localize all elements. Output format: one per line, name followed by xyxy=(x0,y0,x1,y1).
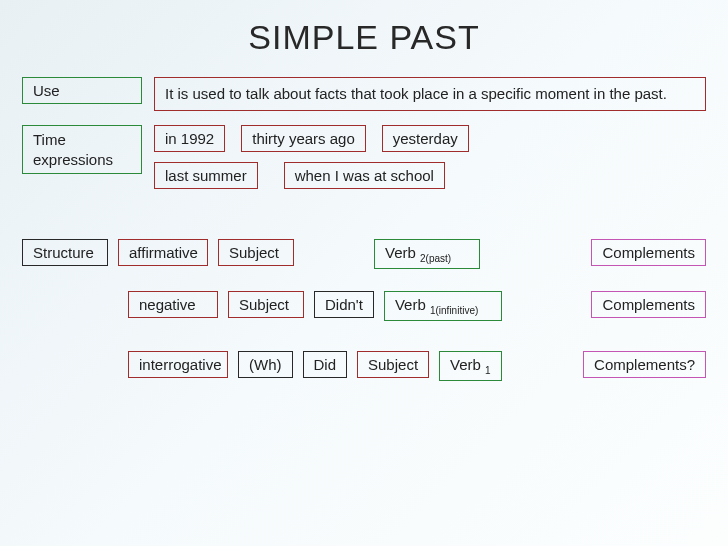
time-label: Time expressions xyxy=(22,125,142,174)
time-row: Time expressions in 1992 thirty years ag… xyxy=(22,125,706,189)
negative-helper: Didn't xyxy=(314,291,374,318)
page-title: SIMPLE PAST xyxy=(22,18,706,57)
use-label: Use xyxy=(22,77,142,104)
affirmative-complements: Complements xyxy=(591,239,706,266)
interrogative-subject: Subject xyxy=(357,351,429,378)
verb-text: Verb xyxy=(450,356,485,373)
negative-complements: Complements xyxy=(591,291,706,318)
interrogative-row: interrogative (Wh) Did Subject Verb 1 Co… xyxy=(22,351,706,381)
structure-label: Structure xyxy=(22,239,108,266)
interrogative-complements: Complements? xyxy=(583,351,706,378)
affirmative-verb: Verb 2(past) xyxy=(374,239,480,269)
time-expr: last summer xyxy=(154,162,258,189)
verb-sub: 1 xyxy=(485,365,491,376)
verb-sub: 1(infinitive) xyxy=(430,305,478,316)
interrogative-label: interrogative xyxy=(128,351,228,378)
affirmative-subject: Subject xyxy=(218,239,294,266)
time-expr: yesterday xyxy=(382,125,469,152)
interrogative-wh: (Wh) xyxy=(238,351,293,378)
time-expr: in 1992 xyxy=(154,125,225,152)
negative-subject: Subject xyxy=(228,291,304,318)
use-description: It is used to talk about facts that took… xyxy=(154,77,706,111)
interrogative-helper: Did xyxy=(303,351,348,378)
affirmative-label: affirmative xyxy=(118,239,208,266)
negative-verb: Verb 1(infinitive) xyxy=(384,291,502,321)
time-expr: thirty years ago xyxy=(241,125,366,152)
affirmative-row: Structure affirmative Subject Verb 2(pas… xyxy=(22,239,706,269)
negative-row: negative Subject Didn't Verb 1(infinitiv… xyxy=(22,291,706,321)
negative-label: negative xyxy=(128,291,218,318)
interrogative-verb: Verb 1 xyxy=(439,351,502,381)
verb-sub: 2(past) xyxy=(420,253,451,264)
use-row: Use It is used to talk about facts that … xyxy=(22,77,706,111)
verb-text: Verb xyxy=(385,244,420,261)
verb-text: Verb xyxy=(395,296,430,313)
time-expr: when I was at school xyxy=(284,162,445,189)
